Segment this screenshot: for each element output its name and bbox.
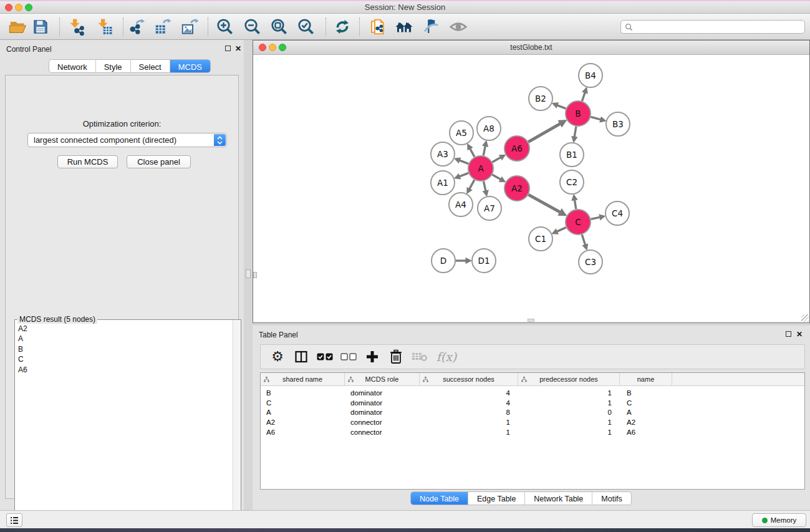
edge-B-B4[interactable] xyxy=(582,93,586,101)
node-A3[interactable]: A3 xyxy=(431,142,455,166)
criterion-select[interactable]: largest connected component (directed) xyxy=(27,133,227,147)
table-cell[interactable]: dominator xyxy=(345,399,420,407)
table-cell[interactable]: connector xyxy=(345,418,420,426)
canvas-bottom-grip[interactable] xyxy=(528,319,534,322)
mcds-result-item[interactable]: A xyxy=(18,334,233,344)
node-A1[interactable]: A1 xyxy=(431,171,455,195)
column-settings-icon[interactable]: ⚙ xyxy=(268,347,287,366)
select-all-icon[interactable] xyxy=(316,347,334,366)
table-cell[interactable]: B xyxy=(261,389,345,397)
delete-table-icon[interactable] xyxy=(410,347,429,366)
edge-A2-C[interactable] xyxy=(528,195,560,212)
panel-splitter-grip[interactable] xyxy=(246,269,251,278)
tab-node-table[interactable]: Node Table xyxy=(411,492,468,505)
edge-A-A2[interactable] xyxy=(492,175,500,179)
search-input[interactable] xyxy=(635,21,804,32)
table-cell[interactable]: dominator xyxy=(345,389,420,397)
node-B1[interactable]: B1 xyxy=(560,143,584,167)
close-panel-icon[interactable]: ✕ xyxy=(235,44,241,53)
network-window-titlebar[interactable]: testGlobe.txt xyxy=(253,41,809,55)
node-D[interactable]: D xyxy=(432,249,455,273)
canvas-left-grip[interactable] xyxy=(253,272,257,278)
mcds-result-item[interactable]: C xyxy=(18,354,233,364)
mcds-result-scrollbar[interactable] xyxy=(233,320,241,531)
table-cell[interactable]: 1 xyxy=(518,418,620,426)
table-cell[interactable]: 0 xyxy=(518,409,620,416)
table-cell[interactable]: 8 xyxy=(420,409,518,416)
column-header-shared-name[interactable]: shared name xyxy=(261,373,345,385)
search-field[interactable] xyxy=(620,20,805,34)
node-A8[interactable]: A8 xyxy=(477,117,501,140)
table-cell[interactable]: dominator xyxy=(345,409,420,416)
node-C[interactable]: C xyxy=(566,210,591,235)
mcds-result-item[interactable]: A6 xyxy=(18,365,233,375)
table-row[interactable]: A6connector11A6 xyxy=(261,427,804,437)
node-B3[interactable]: B3 xyxy=(606,112,630,136)
import-network-icon[interactable] xyxy=(65,16,87,37)
table-cell[interactable]: 4 xyxy=(420,389,518,397)
float-panel-icon[interactable] xyxy=(225,46,231,51)
zoom-in-icon[interactable] xyxy=(215,16,236,37)
table-row[interactable]: A2connector11A2 xyxy=(261,417,804,427)
node-B2[interactable]: B2 xyxy=(529,87,552,110)
column-header-predecessor-nodes[interactable]: predecessor nodes xyxy=(518,373,620,385)
zoom-fit-icon[interactable] xyxy=(269,16,290,37)
table-row[interactable]: Bdominator41B xyxy=(261,388,804,398)
delete-column-icon[interactable] xyxy=(387,347,405,366)
node-C3[interactable]: C3 xyxy=(579,250,602,274)
node-B[interactable]: B xyxy=(566,101,591,126)
table-cell[interactable]: A xyxy=(261,409,345,416)
tab-motifs[interactable]: Motifs xyxy=(592,492,630,505)
table-cell[interactable]: A6 xyxy=(261,428,345,436)
float-table-panel-icon[interactable] xyxy=(786,331,791,337)
table-row[interactable]: Cdominator41C xyxy=(261,398,804,408)
mcds-result-item[interactable]: A2 xyxy=(18,324,233,334)
show-hidden-icon[interactable] xyxy=(448,16,469,37)
edge-A-A8[interactable] xyxy=(483,146,485,155)
window-resize-handle[interactable] xyxy=(801,314,809,322)
run-mcds-button[interactable]: Run MCDS xyxy=(57,155,118,168)
edge-C-C1[interactable] xyxy=(557,228,566,232)
edge-A-A1[interactable] xyxy=(460,173,468,176)
add-column-icon[interactable] xyxy=(363,347,382,366)
column-header-name[interactable]: name xyxy=(620,373,672,385)
export-network-icon[interactable] xyxy=(126,16,147,37)
table-cell[interactable]: A2 xyxy=(620,418,672,426)
export-image-icon[interactable] xyxy=(179,16,200,37)
network-canvas[interactable]: B4B2BB3A8A5A6A3B1AC2A1A2A4A7C4CC1DD1C3 xyxy=(253,55,809,322)
edge-A6-B[interactable] xyxy=(528,123,560,142)
export-table-icon[interactable] xyxy=(152,16,173,37)
edge-A-A5[interactable] xyxy=(470,149,475,157)
save-session-icon[interactable] xyxy=(30,16,51,37)
node-A7[interactable]: A7 xyxy=(478,196,501,220)
edge-A-A7[interactable] xyxy=(484,181,486,191)
table-cell[interactable]: 4 xyxy=(420,399,518,407)
table-cell[interactable]: C xyxy=(261,399,345,407)
table-cell[interactable]: 1 xyxy=(518,389,620,397)
node-A6[interactable]: A6 xyxy=(504,136,529,161)
refresh-view-icon[interactable] xyxy=(332,16,353,37)
table-cell[interactable]: B xyxy=(620,389,672,397)
table-cell[interactable]: C xyxy=(620,399,672,407)
tab-network[interactable]: Network xyxy=(49,60,96,72)
function-builder-icon[interactable]: f(x) xyxy=(434,347,459,366)
edge-C-C4[interactable] xyxy=(591,217,600,219)
node-B4[interactable]: B4 xyxy=(579,64,602,87)
node-D1[interactable]: D1 xyxy=(472,249,496,273)
edge-B-B1[interactable] xyxy=(574,127,576,137)
tab-mcds[interactable]: MCDS xyxy=(170,60,210,72)
table-cell[interactable]: 1 xyxy=(518,399,620,407)
node-A2[interactable]: A2 xyxy=(504,176,529,201)
node-C2[interactable]: C2 xyxy=(560,170,584,194)
table-cell[interactable]: A xyxy=(620,409,672,416)
close-panel-button[interactable]: Close panel xyxy=(127,155,191,168)
task-history-button[interactable] xyxy=(6,513,22,527)
table-cell[interactable]: 1 xyxy=(518,428,620,436)
memory-button[interactable]: Memory xyxy=(752,513,806,527)
tab-select[interactable]: Select xyxy=(131,60,170,72)
zoom-selected-icon[interactable] xyxy=(296,16,317,37)
tab-style[interactable]: Style xyxy=(96,60,131,72)
edge-C-C3[interactable] xyxy=(582,235,585,244)
deselect-all-icon[interactable] xyxy=(339,347,358,366)
column-header-successor-nodes[interactable]: successor nodes xyxy=(420,373,518,385)
